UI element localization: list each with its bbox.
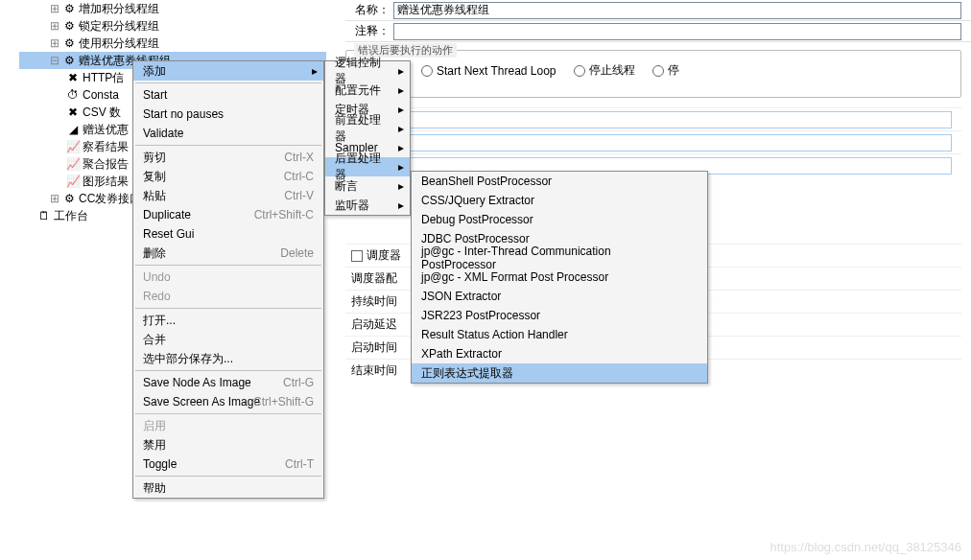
menu-item[interactable]: Debug PostProcessor	[412, 210, 707, 229]
menu-item-label: Start no pauses	[143, 107, 224, 121]
menu-item[interactable]: 断言▸	[325, 176, 410, 196]
submenu-arrow-icon: ▸	[398, 179, 404, 193]
menu-separator	[135, 476, 321, 477]
name-label: 名称：	[345, 2, 393, 18]
menu-shortcut: Delete	[280, 246, 314, 260]
scheduler-checkbox[interactable]	[351, 250, 363, 262]
start-time-label: 启动时间	[351, 339, 397, 356]
menu-separator	[135, 308, 321, 309]
timer-icon: ⏱	[65, 87, 81, 103]
menu-item[interactable]: JSON Extractor	[412, 287, 707, 306]
menu-item[interactable]: Result Status Action Handler	[412, 325, 707, 344]
menu-item[interactable]: 帮助	[133, 478, 323, 498]
menu-item-label: Undo	[143, 270, 171, 284]
config-field[interactable]	[351, 111, 952, 128]
menu-item-label: Validate	[143, 127, 183, 140]
expand-icon[interactable]: ⊞	[48, 36, 61, 50]
menu-item-label: JDBC PostProcessor	[421, 232, 530, 245]
menu-item-label: Redo	[143, 290, 171, 303]
menu-item-label: 选中部分保存为...	[143, 351, 233, 367]
menu-item-label: 删除	[143, 245, 166, 262]
startup-delay-label: 启动延迟	[351, 316, 397, 333]
menu-item: Undo	[133, 268, 323, 287]
menu-item[interactable]: Reset Gui	[133, 224, 323, 244]
menu-item[interactable]: 剪切Ctrl-X	[133, 148, 323, 167]
menu-item[interactable]: 配置元件▸	[325, 81, 410, 100]
config-field[interactable]	[351, 134, 952, 152]
menu-item[interactable]: Start no pauses	[133, 105, 323, 124]
menu-item[interactable]: CSS/JQuery Extractor	[412, 191, 707, 210]
thread-group-icon: ⚙	[61, 53, 77, 68]
menu-item: 启用	[133, 416, 323, 435]
postprocessor-submenu: BeanShell PostProcessorCSS/JQuery Extrac…	[411, 171, 708, 384]
menu-item[interactable]: 正则表达式提取器	[412, 363, 707, 383]
tree-node[interactable]: ⊞⚙增加积分线程组	[19, 0, 326, 17]
comment-label: 注释：	[345, 23, 393, 39]
menu-item[interactable]: 复制Ctrl-C	[133, 167, 323, 186]
end-time-label: 结束时间	[351, 362, 397, 379]
submenu-arrow-icon: ▸	[398, 122, 404, 135]
listener-icon: 📈	[65, 139, 81, 154]
expand-icon[interactable]: ⊞	[48, 19, 61, 33]
menu-item[interactable]: ToggleCtrl-T	[133, 455, 323, 474]
menu-item-label: 禁用	[143, 437, 166, 454]
menu-item[interactable]: Start	[133, 85, 323, 105]
menu-item-label: BeanShell PostProcessor	[421, 175, 552, 188]
context-menu: 添加▸StartStart no pausesValidate剪切Ctrl-X复…	[132, 60, 324, 499]
menu-item[interactable]: Save Screen As ImageCtrl+Shift-G	[133, 392, 323, 411]
radio-stop-thread[interactable]: 停止线程	[574, 62, 635, 79]
menu-item[interactable]: 删除Delete	[133, 244, 323, 263]
collapse-icon[interactable]: ⊟	[48, 54, 61, 67]
menu-item[interactable]: Save Node As ImageCtrl-G	[133, 373, 323, 392]
menu-item-label: 配置元件	[335, 82, 381, 99]
expand-icon[interactable]: ⊞	[48, 192, 61, 205]
submenu-arrow-icon: ▸	[398, 83, 404, 97]
menu-shortcut: Ctrl-C	[284, 170, 314, 183]
listener-icon: 📈	[65, 174, 81, 189]
menu-item-label: JSON Extractor	[421, 290, 501, 303]
submenu-arrow-icon: ▸	[398, 141, 404, 154]
menu-item[interactable]: 打开...	[133, 311, 323, 330]
menu-item-label: 复制	[143, 169, 166, 185]
comment-input[interactable]	[393, 23, 961, 40]
menu-item-label: Duplicate	[143, 208, 191, 222]
submenu-arrow-icon: ▸	[398, 64, 404, 78]
menu-item: Redo	[133, 287, 323, 306]
menu-item[interactable]: 添加▸	[133, 61, 323, 81]
menu-item[interactable]: 粘贴Ctrl-V	[133, 186, 323, 205]
menu-item[interactable]: Validate	[133, 124, 323, 143]
menu-item[interactable]: 选中部分保存为...	[133, 349, 323, 368]
menu-item[interactable]: 前置处理器▸	[325, 119, 410, 138]
menu-item[interactable]: 合并	[133, 330, 323, 349]
menu-item-label: Start	[143, 88, 167, 102]
radio-start-next-loop[interactable]: Start Next Thread Loop	[421, 64, 557, 78]
menu-item-label: 添加	[143, 63, 166, 80]
add-submenu: 逻辑控制器▸配置元件▸定时器▸前置处理器▸Sampler▸后置处理器▸断言▸监听…	[324, 60, 411, 216]
menu-item[interactable]: BeanShell PostProcessor	[412, 172, 707, 191]
menu-item[interactable]: 逻辑控制器▸	[325, 61, 410, 81]
menu-item[interactable]: jp@gc - Inter-Thread Communication PostP…	[412, 248, 707, 268]
menu-item-label: 断言	[335, 178, 358, 195]
expand-icon[interactable]: ⊞	[48, 2, 61, 15]
menu-item[interactable]: jp@gc - XML Format Post Processor	[412, 268, 707, 287]
menu-item-label: XPath Extractor	[421, 347, 502, 361]
listener-icon: 📈	[65, 156, 81, 172]
menu-item[interactable]: 后置处理器▸	[325, 157, 410, 176]
menu-item[interactable]: XPath Extractor	[412, 344, 707, 363]
tree-node[interactable]: ⊞⚙锁定积分线程组	[19, 17, 326, 35]
radio-icon	[574, 65, 585, 77]
menu-shortcut: Ctrl+Shift-C	[254, 208, 314, 222]
menu-item-label: Save Node As Image	[143, 376, 251, 389]
menu-item-label: 粘贴	[143, 188, 166, 204]
radio-icon	[652, 65, 664, 77]
menu-item[interactable]: DuplicateCtrl+Shift-C	[133, 205, 323, 224]
radio-stop[interactable]: 停	[652, 62, 679, 79]
name-input[interactable]	[393, 2, 961, 19]
menu-item-label: 打开...	[143, 313, 176, 329]
menu-item[interactable]: JSR223 PostProcessor	[412, 306, 707, 325]
tree-node[interactable]: ⊞⚙使用积分线程组	[19, 35, 326, 52]
menu-item[interactable]: 禁用	[133, 435, 323, 455]
menu-item-label: CSS/JQuery Extractor	[421, 194, 534, 207]
menu-item[interactable]: 监听器▸	[325, 196, 410, 215]
menu-separator	[135, 370, 321, 371]
